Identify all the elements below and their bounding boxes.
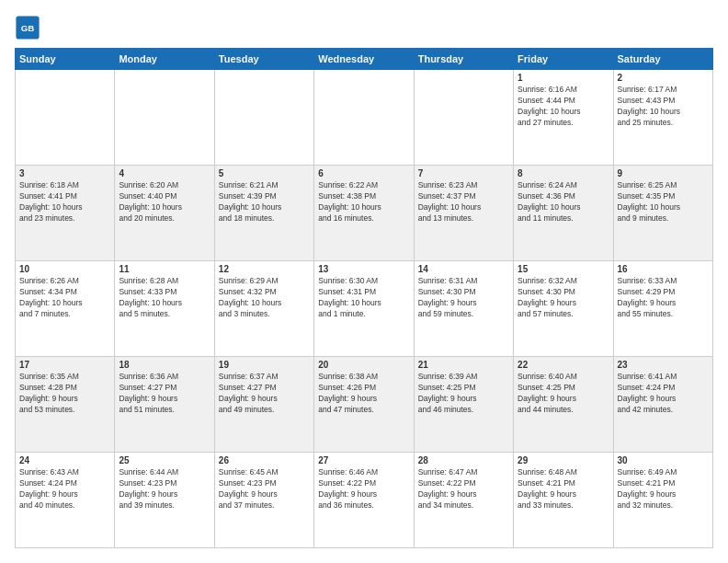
day-info: Sunrise: 6:21 AM Sunset: 4:39 PM Dayligh…: [219, 180, 310, 224]
day-number: 16: [618, 264, 709, 274]
day-number: 21: [418, 360, 509, 370]
day-info: Sunrise: 6:35 AM Sunset: 4:28 PM Dayligh…: [19, 372, 110, 416]
calendar-cell: 16Sunrise: 6:33 AM Sunset: 4:29 PM Dayli…: [613, 261, 712, 357]
col-friday: Friday: [514, 49, 613, 70]
page: GB Sunday Monday Tuesday Wednesday Thurs…: [0, 0, 728, 563]
calendar-cell: 21Sunrise: 6:39 AM Sunset: 4:25 PM Dayli…: [414, 357, 513, 453]
day-info: Sunrise: 6:37 AM Sunset: 4:27 PM Dayligh…: [219, 372, 310, 416]
calendar-cell: 26Sunrise: 6:45 AM Sunset: 4:23 PM Dayli…: [214, 453, 313, 548]
calendar-cell: 25Sunrise: 6:44 AM Sunset: 4:23 PM Dayli…: [115, 453, 214, 548]
day-number: 8: [518, 168, 609, 178]
day-info: Sunrise: 6:49 AM Sunset: 4:21 PM Dayligh…: [618, 467, 709, 511]
calendar-week-row: 24Sunrise: 6:43 AM Sunset: 4:24 PM Dayli…: [16, 453, 713, 548]
col-monday: Monday: [115, 49, 214, 70]
calendar-cell: [314, 70, 414, 166]
day-number: 26: [219, 455, 310, 465]
calendar-cell: 12Sunrise: 6:29 AM Sunset: 4:32 PM Dayli…: [214, 261, 313, 357]
day-info: Sunrise: 6:30 AM Sunset: 4:31 PM Dayligh…: [318, 276, 409, 320]
calendar-cell: 29Sunrise: 6:48 AM Sunset: 4:21 PM Dayli…: [514, 453, 613, 548]
calendar-cell: 9Sunrise: 6:25 AM Sunset: 4:35 PM Daylig…: [613, 166, 712, 261]
day-number: 10: [19, 264, 110, 274]
calendar-week-row: 10Sunrise: 6:26 AM Sunset: 4:34 PM Dayli…: [16, 261, 713, 357]
calendar-cell: 27Sunrise: 6:46 AM Sunset: 4:22 PM Dayli…: [314, 453, 414, 548]
day-number: 29: [518, 455, 609, 465]
calendar-cell: 5Sunrise: 6:21 AM Sunset: 4:39 PM Daylig…: [214, 166, 313, 261]
day-number: 30: [618, 455, 709, 465]
day-info: Sunrise: 6:33 AM Sunset: 4:29 PM Dayligh…: [618, 276, 709, 320]
svg-text:GB: GB: [21, 23, 35, 33]
calendar-table: Sunday Monday Tuesday Wednesday Thursday…: [15, 48, 713, 548]
calendar-cell: 11Sunrise: 6:28 AM Sunset: 4:33 PM Dayli…: [115, 261, 214, 357]
day-number: 12: [219, 264, 310, 274]
logo: GB: [15, 15, 44, 40]
day-number: 15: [518, 264, 609, 274]
day-info: Sunrise: 6:28 AM Sunset: 4:33 PM Dayligh…: [119, 276, 210, 320]
logo-icon: GB: [15, 15, 40, 40]
day-number: 7: [418, 168, 509, 178]
day-number: 14: [418, 264, 509, 274]
day-number: 27: [318, 455, 409, 465]
day-info: Sunrise: 6:18 AM Sunset: 4:41 PM Dayligh…: [19, 180, 110, 224]
col-wednesday: Wednesday: [314, 49, 414, 70]
day-number: 5: [219, 168, 310, 178]
day-info: Sunrise: 6:22 AM Sunset: 4:38 PM Dayligh…: [318, 180, 409, 224]
calendar-cell: 10Sunrise: 6:26 AM Sunset: 4:34 PM Dayli…: [16, 261, 115, 357]
day-info: Sunrise: 6:25 AM Sunset: 4:35 PM Dayligh…: [618, 180, 709, 224]
calendar-cell: 22Sunrise: 6:40 AM Sunset: 4:25 PM Dayli…: [514, 357, 613, 453]
day-info: Sunrise: 6:20 AM Sunset: 4:40 PM Dayligh…: [119, 180, 210, 224]
calendar-cell: 23Sunrise: 6:41 AM Sunset: 4:24 PM Dayli…: [613, 357, 712, 453]
day-info: Sunrise: 6:17 AM Sunset: 4:43 PM Dayligh…: [618, 85, 709, 129]
calendar-cell: 24Sunrise: 6:43 AM Sunset: 4:24 PM Dayli…: [16, 453, 115, 548]
day-info: Sunrise: 6:23 AM Sunset: 4:37 PM Dayligh…: [418, 180, 509, 224]
day-number: 24: [19, 455, 110, 465]
day-number: 6: [318, 168, 409, 178]
calendar-cell: [115, 70, 214, 166]
day-info: Sunrise: 6:36 AM Sunset: 4:27 PM Dayligh…: [119, 372, 210, 416]
calendar-cell: [214, 70, 313, 166]
day-number: 22: [518, 360, 609, 370]
day-info: Sunrise: 6:43 AM Sunset: 4:24 PM Dayligh…: [19, 467, 110, 511]
day-number: 23: [618, 360, 709, 370]
day-number: 17: [19, 360, 110, 370]
calendar-week-row: 3Sunrise: 6:18 AM Sunset: 4:41 PM Daylig…: [16, 166, 713, 261]
day-number: 20: [318, 360, 409, 370]
calendar-cell: 6Sunrise: 6:22 AM Sunset: 4:38 PM Daylig…: [314, 166, 414, 261]
calendar-cell: 17Sunrise: 6:35 AM Sunset: 4:28 PM Dayli…: [16, 357, 115, 453]
calendar-cell: 7Sunrise: 6:23 AM Sunset: 4:37 PM Daylig…: [414, 166, 513, 261]
col-saturday: Saturday: [613, 49, 712, 70]
calendar-header-row: Sunday Monday Tuesday Wednesday Thursday…: [16, 49, 713, 70]
day-number: 28: [418, 455, 509, 465]
calendar-cell: 18Sunrise: 6:36 AM Sunset: 4:27 PM Dayli…: [115, 357, 214, 453]
calendar-cell: 1Sunrise: 6:16 AM Sunset: 4:44 PM Daylig…: [514, 70, 613, 166]
day-info: Sunrise: 6:29 AM Sunset: 4:32 PM Dayligh…: [219, 276, 310, 320]
header: GB: [15, 15, 713, 40]
calendar-cell: [414, 70, 513, 166]
day-number: 18: [119, 360, 210, 370]
day-number: 4: [119, 168, 210, 178]
col-tuesday: Tuesday: [214, 49, 313, 70]
calendar-cell: 13Sunrise: 6:30 AM Sunset: 4:31 PM Dayli…: [314, 261, 414, 357]
calendar-cell: 15Sunrise: 6:32 AM Sunset: 4:30 PM Dayli…: [514, 261, 613, 357]
day-number: 25: [119, 455, 210, 465]
calendar-week-row: 1Sunrise: 6:16 AM Sunset: 4:44 PM Daylig…: [16, 70, 713, 166]
day-info: Sunrise: 6:41 AM Sunset: 4:24 PM Dayligh…: [618, 372, 709, 416]
col-sunday: Sunday: [16, 49, 115, 70]
calendar-cell: 28Sunrise: 6:47 AM Sunset: 4:22 PM Dayli…: [414, 453, 513, 548]
calendar-cell: 4Sunrise: 6:20 AM Sunset: 4:40 PM Daylig…: [115, 166, 214, 261]
day-number: 3: [19, 168, 110, 178]
day-number: 13: [318, 264, 409, 274]
day-info: Sunrise: 6:39 AM Sunset: 4:25 PM Dayligh…: [418, 372, 509, 416]
calendar-week-row: 17Sunrise: 6:35 AM Sunset: 4:28 PM Dayli…: [16, 357, 713, 453]
day-info: Sunrise: 6:45 AM Sunset: 4:23 PM Dayligh…: [219, 467, 310, 511]
day-info: Sunrise: 6:32 AM Sunset: 4:30 PM Dayligh…: [518, 276, 609, 320]
day-info: Sunrise: 6:44 AM Sunset: 4:23 PM Dayligh…: [119, 467, 210, 511]
calendar-cell: 3Sunrise: 6:18 AM Sunset: 4:41 PM Daylig…: [16, 166, 115, 261]
day-number: 1: [518, 73, 609, 83]
col-thursday: Thursday: [414, 49, 513, 70]
day-info: Sunrise: 6:46 AM Sunset: 4:22 PM Dayligh…: [318, 467, 409, 511]
day-info: Sunrise: 6:40 AM Sunset: 4:25 PM Dayligh…: [518, 372, 609, 416]
day-number: 2: [618, 73, 709, 83]
day-info: Sunrise: 6:26 AM Sunset: 4:34 PM Dayligh…: [19, 276, 110, 320]
day-info: Sunrise: 6:47 AM Sunset: 4:22 PM Dayligh…: [418, 467, 509, 511]
calendar-cell: 30Sunrise: 6:49 AM Sunset: 4:21 PM Dayli…: [613, 453, 712, 548]
